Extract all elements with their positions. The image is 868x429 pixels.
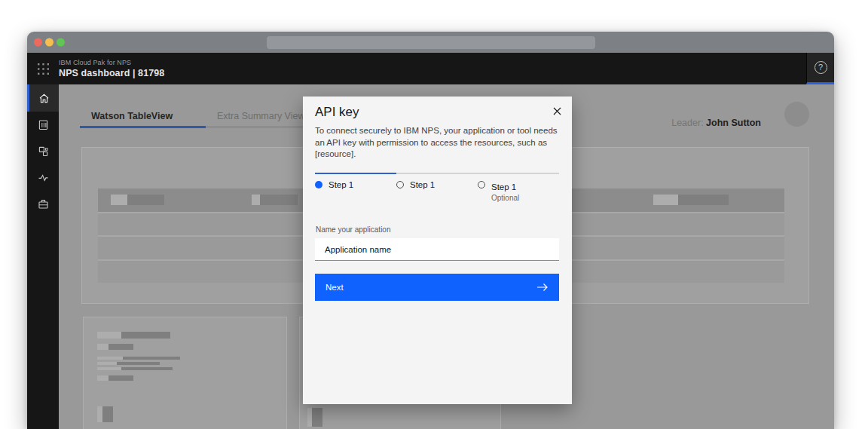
- progress-fill: [315, 173, 396, 174]
- address-bar[interactable]: [267, 36, 595, 49]
- app-switcher-button[interactable]: [27, 53, 59, 84]
- app-header-titles: IBM Cloud Pak for NPS NPS dashboard | 81…: [59, 59, 164, 78]
- progress-steps: Step 1 Step 1 Step 1 Optional: [315, 179, 559, 202]
- step-label: Step 1: [329, 179, 353, 190]
- wireframe-detail-card: [83, 317, 287, 429]
- page-content: Watson TableView Extra Summary Views Lea…: [59, 84, 834, 429]
- leader-name: John Sutton: [706, 118, 761, 128]
- app-header: IBM Cloud Pak for NPS NPS dashboard | 81…: [27, 53, 834, 84]
- screen: IBM Cloud Pak for NPS NPS dashboard | 81…: [0, 0, 868, 429]
- tab-label: Extra Summary Views: [217, 111, 310, 121]
- portfolio-icon: [37, 198, 50, 210]
- browser-window: IBM Cloud Pak for NPS NPS dashboard | 81…: [27, 32, 834, 429]
- step-optional-note: Optional: [491, 194, 519, 202]
- next-button-label: Next: [326, 283, 344, 292]
- avatar[interactable]: [784, 102, 809, 127]
- sidebar-item-reports[interactable]: [27, 112, 59, 138]
- minimize-window-button[interactable]: [45, 38, 53, 47]
- leader-label: Leader:: [671, 118, 703, 128]
- step-label: Step 1: [491, 182, 516, 192]
- help-button[interactable]: ?: [806, 53, 834, 84]
- sidebar-item-portfolio[interactable]: [27, 191, 59, 217]
- sidebar: [27, 84, 59, 429]
- browser-chrome: [27, 32, 834, 53]
- tab-bar: Watson TableView Extra Summary Views: [80, 106, 332, 128]
- step-1-current[interactable]: Step 1: [315, 179, 396, 202]
- app-switcher-icon: [38, 63, 49, 75]
- step-current-icon: [315, 181, 322, 188]
- tab-label: Watson TableView: [91, 111, 173, 121]
- home-icon: [38, 92, 50, 105]
- modal-description: To connect securely to IBM NPS, your app…: [315, 125, 567, 161]
- help-icon: ?: [815, 61, 827, 74]
- next-button[interactable]: Next: [315, 274, 559, 301]
- step-2[interactable]: Step 1: [396, 179, 478, 202]
- tab-watson-tableview[interactable]: Watson TableView: [80, 106, 206, 128]
- activity-icon: [37, 171, 50, 184]
- step-incomplete-icon: [396, 181, 404, 188]
- application-name-label: Name your application: [316, 225, 391, 234]
- application-name-input[interactable]: [315, 238, 559, 261]
- api-key-modal: API key To connect securely to IBM NPS, …: [303, 97, 572, 404]
- arrow-right-icon: [536, 283, 549, 292]
- close-window-button[interactable]: [34, 38, 42, 47]
- zoom-window-button[interactable]: [57, 38, 65, 47]
- progress-track: [315, 173, 559, 174]
- app-title: NPS dashboard | 81798: [59, 68, 164, 78]
- step-incomplete-icon: [478, 181, 485, 188]
- step-3-optional[interactable]: Step 1 Optional: [478, 179, 559, 202]
- leader-text: Leader: John Sutton: [671, 118, 761, 128]
- report-icon: [37, 118, 50, 131]
- sidebar-item-home[interactable]: [27, 84, 59, 112]
- close-icon[interactable]: [550, 104, 564, 118]
- step-label: Step 1: [410, 179, 435, 190]
- modal-title: API key: [315, 105, 359, 120]
- app-eyebrow: IBM Cloud Pak for NPS: [59, 59, 164, 66]
- sidebar-item-activity[interactable]: [27, 164, 59, 191]
- sidebar-item-assembly[interactable]: [27, 138, 59, 164]
- assembly-icon: [37, 145, 50, 158]
